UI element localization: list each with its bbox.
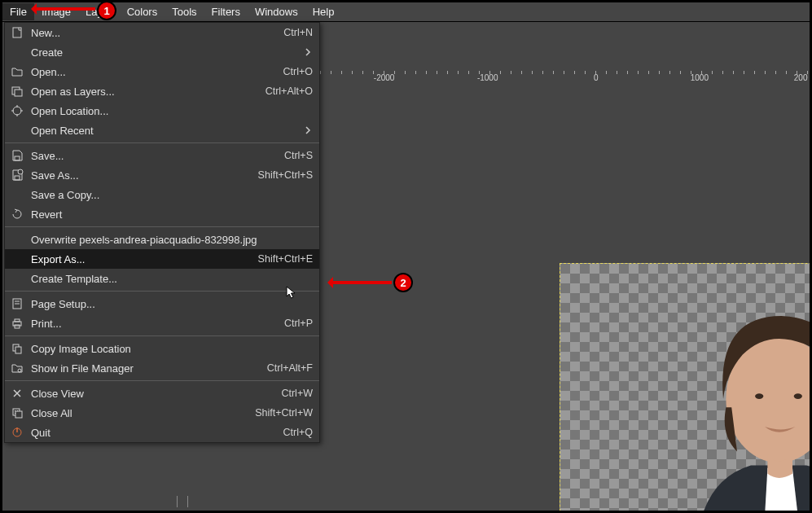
ruler-tick-label: 2000 bbox=[794, 73, 808, 82]
menu-item-open[interactable]: Open...Ctrl+O bbox=[5, 62, 319, 81]
ruler-tick-label: -1000 bbox=[477, 73, 498, 82]
ruler-tick bbox=[807, 71, 808, 74]
ruler-tick bbox=[331, 71, 331, 74]
ruler-tick bbox=[765, 71, 766, 74]
ruler-tick bbox=[595, 71, 596, 74]
menu-item-shortcut: Ctrl+P bbox=[284, 318, 313, 329]
ruler-tick bbox=[437, 71, 437, 74]
menu-item-overwrite-pexels-andrea-piacquadio-832998-jpg[interactable]: Overwrite pexels-andrea-piacquadio-83299… bbox=[5, 230, 319, 249]
quit-icon bbox=[10, 425, 24, 440]
menu-item-label: Open Recent bbox=[31, 125, 303, 137]
menu-item-label: Close View bbox=[31, 388, 273, 400]
menu-item-page-setup[interactable]: Page Setup... bbox=[5, 294, 319, 314]
saveas-icon bbox=[10, 168, 24, 182]
menu-item-label: New... bbox=[31, 27, 275, 39]
ruler-tick bbox=[754, 71, 755, 74]
closeall-icon bbox=[10, 406, 24, 420]
ruler-tick bbox=[500, 71, 501, 74]
menu-item-create-template[interactable]: Create Template... bbox=[5, 269, 319, 288]
menu-item-shortcut: Ctrl+Alt+F bbox=[267, 362, 313, 374]
svg-rect-0 bbox=[13, 28, 21, 37]
copy-icon bbox=[10, 341, 24, 356]
ruler-tick bbox=[606, 71, 607, 74]
menu-item-save-as[interactable]: Save As...Shift+Ctrl+S bbox=[5, 165, 319, 185]
menubar-item-colors[interactable]: Colors bbox=[120, 3, 165, 20]
menu-item-copy-image-location[interactable]: Copy Image Location bbox=[5, 339, 319, 358]
blank-icon bbox=[10, 187, 24, 202]
menu-item-shortcut: Ctrl+O bbox=[283, 66, 313, 77]
menu-item-revert[interactable]: Revert bbox=[5, 204, 319, 224]
location-icon bbox=[10, 103, 24, 118]
open-layers-icon bbox=[10, 84, 24, 99]
menu-item-shortcut: Ctrl+N bbox=[283, 27, 313, 38]
ruler-tick bbox=[415, 71, 416, 74]
menu-item-label: Show in File Manager bbox=[31, 362, 259, 375]
mouse-cursor-icon bbox=[286, 286, 297, 300]
menu-item-export-as[interactable]: Export As...Shift+Ctrl+E bbox=[5, 249, 319, 269]
new-icon bbox=[10, 25, 24, 40]
ruler-tick bbox=[511, 71, 511, 74]
svg-rect-25 bbox=[15, 411, 22, 418]
ruler-tick bbox=[320, 71, 321, 74]
menu-item-shortcut: Shift+Ctrl+W bbox=[255, 407, 313, 419]
menu-item-new[interactable]: New...Ctrl+N bbox=[5, 23, 319, 42]
menu-item-save[interactable]: Save...Ctrl+S bbox=[5, 146, 319, 165]
ruler-tick bbox=[447, 71, 448, 74]
menu-item-shortcut: Ctrl+S bbox=[284, 150, 313, 161]
ruler-tick bbox=[489, 71, 490, 74]
menu-item-shortcut: Shift+Ctrl+S bbox=[258, 169, 313, 181]
chevron-right-icon bbox=[303, 125, 313, 137]
menubar-item-help[interactable]: Help bbox=[305, 3, 342, 20]
svg-rect-18 bbox=[15, 347, 21, 353]
blank-icon bbox=[10, 252, 24, 266]
revert-icon bbox=[10, 207, 24, 221]
ruler-tick bbox=[775, 71, 776, 74]
menu-item-create[interactable]: Create bbox=[5, 42, 319, 62]
image-canvas-transparent[interactable] bbox=[560, 263, 810, 511]
ruler-tick bbox=[638, 71, 639, 74]
ruler-tick bbox=[384, 71, 384, 74]
menu-item-quit[interactable]: QuitCtrl+Q bbox=[5, 423, 319, 442]
ruler-tick bbox=[669, 71, 670, 74]
menu-item-close-all[interactable]: Close AllShift+Ctrl+W bbox=[5, 403, 319, 423]
ruler-tick bbox=[405, 71, 406, 74]
menubar-item-layer[interactable]: Layer bbox=[78, 3, 120, 20]
menu-item-show-in-file-manager[interactable]: Show in File ManagerCtrl+Alt+F bbox=[5, 358, 319, 378]
menu-item-label: Revert bbox=[31, 208, 313, 221]
menu-item-open-as-layers[interactable]: Open as Layers...Ctrl+Alt+O bbox=[5, 81, 319, 101]
ruler-tick bbox=[733, 71, 734, 74]
menu-item-label: Save As... bbox=[31, 169, 250, 182]
menu-item-save-a-copy[interactable]: Save a Copy... bbox=[5, 185, 319, 204]
ruler-tick bbox=[797, 71, 797, 74]
svg-rect-2 bbox=[15, 90, 22, 96]
menubar-item-filters[interactable]: Filters bbox=[204, 3, 248, 20]
ruler-tick bbox=[521, 71, 522, 74]
menu-item-open-location[interactable]: Open Location... bbox=[5, 101, 319, 121]
close-icon bbox=[10, 386, 24, 401]
file-dropdown-menu: New...Ctrl+NCreateOpen...Ctrl+OOpen as L… bbox=[4, 22, 320, 443]
menu-item-open-recent[interactable]: Open Recent bbox=[5, 121, 319, 140]
ruler-tick bbox=[553, 71, 554, 74]
menu-item-label: Save a Copy... bbox=[31, 189, 313, 201]
menubar-item-tools[interactable]: Tools bbox=[165, 3, 204, 20]
ruler-tick-label: 0 bbox=[594, 73, 599, 82]
menu-separator bbox=[5, 380, 319, 381]
menu-separator bbox=[5, 142, 319, 143]
ruler-tick bbox=[532, 71, 533, 74]
menu-item-print[interactable]: Print...Ctrl+P bbox=[5, 314, 319, 333]
menu-item-shortcut: Shift+Ctrl+E bbox=[258, 253, 313, 265]
page-setup-icon bbox=[10, 296, 24, 311]
menubar: FileImageLayerColorsToolsFiltersWindowsH… bbox=[2, 2, 810, 22]
menu-item-label: Copy Image Location bbox=[31, 343, 313, 355]
menubar-item-file[interactable]: File bbox=[2, 3, 34, 20]
ruler-tick bbox=[648, 71, 649, 74]
ruler-tick-label: 1000 bbox=[691, 73, 709, 82]
menu-item-label: Page Setup... bbox=[31, 298, 313, 310]
menu-item-label: Create Template... bbox=[31, 273, 313, 285]
ruler-tick bbox=[574, 71, 575, 74]
ruler-tick bbox=[585, 71, 586, 74]
menu-item-close-view[interactable]: Close ViewCtrl+W bbox=[5, 384, 319, 403]
menubar-item-image[interactable]: Image bbox=[34, 3, 78, 20]
menubar-item-windows[interactable]: Windows bbox=[248, 3, 305, 20]
ruler-tick bbox=[659, 71, 660, 74]
